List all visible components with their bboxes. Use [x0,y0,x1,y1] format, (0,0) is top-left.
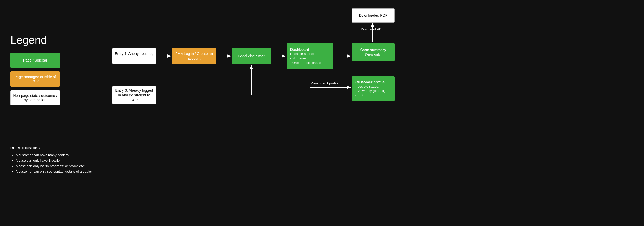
node-legal-disclaimer: Legal disclaimer [232,48,271,64]
legend: Legend Page / Sidebar Page managed outsi… [10,34,60,109]
legend-item-non-page: Non-page state / outcome / system action [10,90,60,105]
legend-item-page-managed: Page managed outside of CCP [10,71,60,87]
legend-box-page-sidebar: Page / Sidebar [10,53,60,68]
label-view-edit-profile: View or edit profile [311,81,338,85]
node-entry3: Entry 3: Already logged in and go straig… [112,86,156,104]
relationship-item: A case can only be "in progress" or "com… [16,164,92,168]
relationship-item: A customer can only see contact details … [16,169,92,173]
flow-diagram: Entry 1: Anonymous log in FMA Log in / C… [96,0,644,226]
relationships-list: A customer can have many dealers A case … [10,153,92,173]
node-case-summary: Case summary (View only) [352,43,395,61]
relationship-item: A customer can have many dealers [16,153,92,157]
label-download-pdf: Download PDF [361,27,383,31]
legend-item-page-sidebar: Page / Sidebar [10,53,60,68]
node-dashboard: Dashboard Possible states: - No cases - … [287,43,333,69]
node-entry1: Entry 1: Anonymous log in [112,48,156,64]
node-downloaded-pdf: Downloaded PDF [352,8,395,23]
legend-box-non-page: Non-page state / outcome / system action [10,90,60,105]
legend-title: Legend [10,34,60,46]
relationships-section: RELATIONSHIPS A customer can have many d… [10,146,92,175]
node-fma-login: FMA Log in / Create an account [172,48,216,64]
node-customer-profile: Customer profile Possible states: - View… [352,76,395,101]
relationships-title: RELATIONSHIPS [10,146,92,150]
legend-box-page-managed: Page managed outside of CCP [10,71,60,87]
flow-connectors [96,0,644,226]
relationship-item: A case can only have 1 dealer [16,158,92,162]
